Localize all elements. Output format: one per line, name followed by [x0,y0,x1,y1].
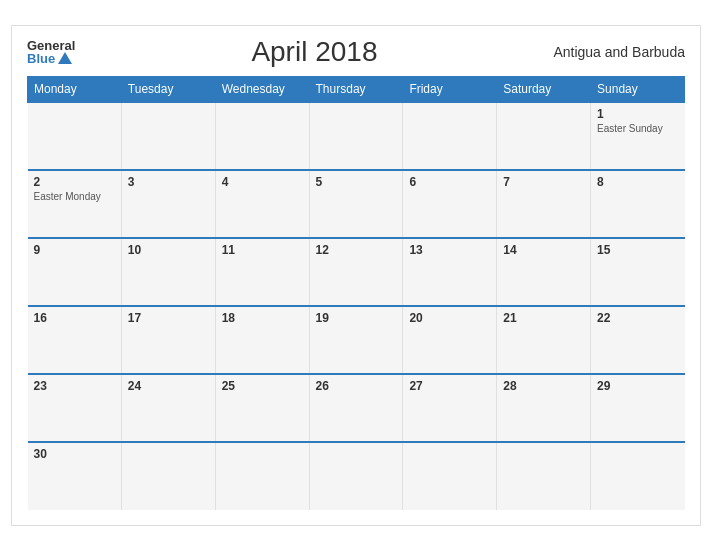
day-number: 23 [34,379,115,393]
day-cell-w5-d5: 27 [403,374,497,442]
day-cell-w6-d6 [497,442,591,510]
week-row-4: 16171819202122 [28,306,685,374]
day-number: 15 [597,243,678,257]
logo-blue-text: Blue [27,52,75,65]
days-header-row: Monday Tuesday Wednesday Thursday Friday… [28,76,685,102]
day-number: 26 [316,379,397,393]
header-sunday: Sunday [591,76,685,102]
day-cell-w1-d5 [403,102,497,170]
day-cell-w6-d3 [215,442,309,510]
day-cell-w5-d7: 29 [591,374,685,442]
day-number: 11 [222,243,303,257]
day-number: 29 [597,379,678,393]
day-number: 7 [503,175,584,189]
calendar-title: April 2018 [251,36,377,68]
day-cell-w4-d4: 19 [309,306,403,374]
day-cell-w2-d5: 6 [403,170,497,238]
week-row-5: 23242526272829 [28,374,685,442]
day-number: 14 [503,243,584,257]
week-row-1: 1Easter Sunday [28,102,685,170]
day-cell-w1-d6 [497,102,591,170]
day-cell-w3-d7: 15 [591,238,685,306]
day-event: Easter Sunday [597,123,678,134]
logo-general-text: General [27,39,75,52]
day-number: 22 [597,311,678,325]
day-number: 3 [128,175,209,189]
day-number: 5 [316,175,397,189]
day-number: 12 [316,243,397,257]
day-cell-w3-d5: 13 [403,238,497,306]
day-cell-w1-d4 [309,102,403,170]
day-number: 1 [597,107,678,121]
day-cell-w5-d6: 28 [497,374,591,442]
day-cell-w5-d4: 26 [309,374,403,442]
header-friday: Friday [403,76,497,102]
day-cell-w3-d4: 12 [309,238,403,306]
day-number: 19 [316,311,397,325]
header-wednesday: Wednesday [215,76,309,102]
day-cell-w4-d2: 17 [121,306,215,374]
day-number: 25 [222,379,303,393]
day-number: 10 [128,243,209,257]
header-thursday: Thursday [309,76,403,102]
header-tuesday: Tuesday [121,76,215,102]
day-cell-w6-d7 [591,442,685,510]
day-cell-w6-d1: 30 [28,442,122,510]
day-number: 24 [128,379,209,393]
day-number: 16 [34,311,115,325]
day-number: 27 [409,379,490,393]
day-number: 30 [34,447,115,461]
day-cell-w3-d3: 11 [215,238,309,306]
calendar-header: General Blue April 2018 Antigua and Barb… [27,36,685,68]
week-row-2: 2Easter Monday345678 [28,170,685,238]
logo: General Blue [27,39,75,65]
calendar-table: Monday Tuesday Wednesday Thursday Friday… [27,76,685,510]
day-cell-w1-d2 [121,102,215,170]
day-cell-w1-d7: 1Easter Sunday [591,102,685,170]
header-monday: Monday [28,76,122,102]
day-cell-w4-d7: 22 [591,306,685,374]
day-cell-w6-d4 [309,442,403,510]
day-cell-w1-d1 [28,102,122,170]
day-cell-w6-d2 [121,442,215,510]
day-number: 4 [222,175,303,189]
day-number: 2 [34,175,115,189]
day-cell-w4-d3: 18 [215,306,309,374]
day-cell-w2-d1: 2Easter Monday [28,170,122,238]
day-cell-w6-d5 [403,442,497,510]
day-cell-w3-d6: 14 [497,238,591,306]
day-number: 6 [409,175,490,189]
day-cell-w2-d2: 3 [121,170,215,238]
day-cell-w5-d2: 24 [121,374,215,442]
day-cell-w2-d6: 7 [497,170,591,238]
header-saturday: Saturday [497,76,591,102]
day-cell-w3-d2: 10 [121,238,215,306]
logo-triangle-icon [58,52,72,64]
week-row-3: 9101112131415 [28,238,685,306]
day-cell-w5-d1: 23 [28,374,122,442]
day-number: 9 [34,243,115,257]
day-cell-w2-d3: 4 [215,170,309,238]
day-cell-w4-d1: 16 [28,306,122,374]
day-number: 18 [222,311,303,325]
country-label: Antigua and Barbuda [553,44,685,60]
day-number: 21 [503,311,584,325]
day-event: Easter Monday [34,191,115,202]
day-number: 8 [597,175,678,189]
day-cell-w2-d7: 8 [591,170,685,238]
day-cell-w3-d1: 9 [28,238,122,306]
day-cell-w1-d3 [215,102,309,170]
day-number: 17 [128,311,209,325]
day-number: 28 [503,379,584,393]
day-number: 20 [409,311,490,325]
day-cell-w5-d3: 25 [215,374,309,442]
day-cell-w4-d6: 21 [497,306,591,374]
calendar-wrapper: General Blue April 2018 Antigua and Barb… [11,25,701,526]
day-cell-w4-d5: 20 [403,306,497,374]
day-cell-w2-d4: 5 [309,170,403,238]
day-number: 13 [409,243,490,257]
week-row-6: 30 [28,442,685,510]
